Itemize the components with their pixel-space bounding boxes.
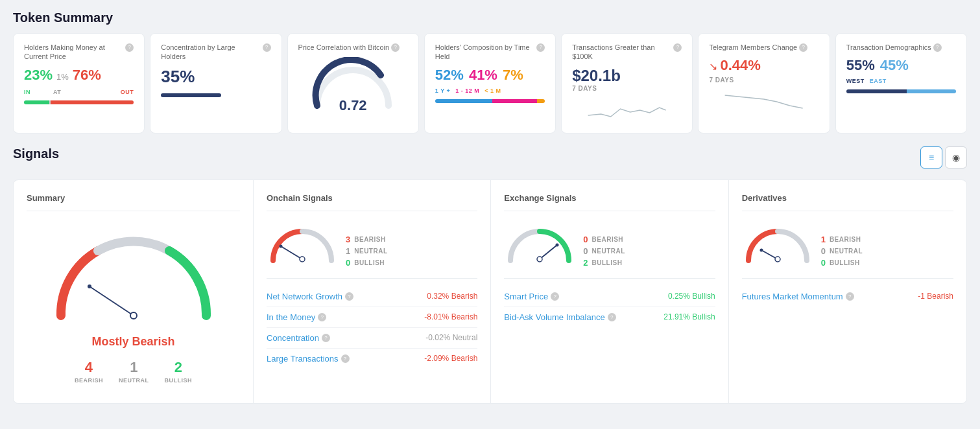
summary-gauge-svg	[43, 228, 224, 329]
signal-name-net-network[interactable]: Net Network Growth ?	[267, 292, 353, 301]
concentration-bar	[161, 93, 221, 97]
count-neutral: 1 NEUTRAL	[119, 359, 149, 384]
summary-cards-row: Holders Making Money at Current Price ? …	[13, 33, 967, 133]
bar-east	[907, 89, 956, 93]
help-icon-in-money[interactable]: ?	[318, 313, 326, 321]
demo-val-west: 55%	[846, 57, 875, 74]
card-title-demographics: Transaction Demographics ?	[846, 43, 956, 52]
help-icon-transactions[interactable]: ?	[673, 43, 682, 52]
help-icon-concentration[interactable]: ?	[263, 43, 271, 52]
signals-header: Signals ≡ ◉	[13, 146, 967, 169]
signal-item-large-tx: Large Transactions ? -2.09% Bearish	[267, 349, 477, 369]
help-icon-holders[interactable]: ?	[125, 43, 134, 52]
card-title-transactions: Transactions Greater than $100K ?	[572, 43, 682, 62]
bullish-number: 2	[174, 359, 182, 376]
composition-values: 52% 41% 7%	[435, 67, 545, 84]
card-title-telegram: Telegram Members Change ?	[709, 43, 819, 52]
demographics-values: 55% 45%	[846, 57, 956, 74]
derivatives-bearish-count: 1 BEARISH	[821, 235, 863, 244]
signal-item-bid-ask: Bid-Ask Volume Imbalance ? 21.91% Bullis…	[504, 307, 715, 327]
onchain-panel: Onchain Signals 3 B	[254, 180, 491, 403]
help-icon-demographics[interactable]: ?	[933, 43, 942, 52]
help-icon-price-correlation[interactable]: ?	[391, 43, 400, 52]
derivatives-divider	[742, 278, 953, 279]
label-1y: 1 Y +	[435, 87, 450, 94]
summary-panel: Summary Mostly Bea	[14, 180, 254, 403]
view-toggle-group: ≡ ◉	[920, 146, 967, 168]
onchain-title: Onchain Signals	[267, 193, 477, 211]
bar-west	[846, 89, 907, 93]
bearish-number: 4	[85, 359, 93, 376]
help-icon-futures[interactable]: ?	[846, 292, 854, 301]
token-summary-section: Token Summary Holders Making Money at Cu…	[13, 10, 967, 404]
correlation-value: 0.72	[339, 97, 367, 114]
neutral-label: NEUTRAL	[119, 377, 149, 384]
label-out: OUT	[121, 89, 134, 95]
svg-line-3	[281, 246, 302, 259]
exchange-title: Exchange Signals	[504, 193, 715, 211]
signal-item-smart-price: Smart Price ? 0.25% Bullish	[504, 286, 715, 307]
onchain-counts: 3 BEARISH 1 NEUTRAL 0 BULLISH	[346, 222, 388, 268]
count-bearish: 4 BEARISH	[75, 359, 103, 384]
telegram-days: 7 DAYS	[709, 76, 819, 84]
svg-point-8	[556, 243, 559, 246]
help-icon-large-tx[interactable]: ?	[341, 354, 350, 363]
onchain-items: Net Network Growth ? 0.32% Bearish In th…	[267, 286, 477, 369]
signal-name-large-tx[interactable]: Large Transactions ?	[267, 354, 350, 364]
card-demographics: Transaction Demographics ? 55% 45% WEST …	[835, 33, 967, 133]
comp-val-1m: 7%	[503, 67, 523, 84]
holders-out-value: 76%	[73, 67, 101, 84]
signal-val-bid-ask: 21.91% Bullish	[663, 312, 715, 321]
comp-val-12m: 41%	[469, 67, 497, 84]
gauge-icon: ◉	[952, 152, 960, 163]
signal-val-in-money: -8.01% Bearish	[424, 312, 477, 321]
exchange-items: Smart Price ? 0.25% Bullish Bid-Ask Volu…	[504, 286, 715, 327]
help-icon-net-network[interactable]: ?	[345, 292, 353, 301]
help-icon-composition[interactable]: ?	[536, 43, 545, 52]
help-icon-smart-price[interactable]: ?	[551, 292, 559, 301]
label-12m: 1 - 12 M	[455, 87, 479, 94]
signal-name-futures[interactable]: Futures Market Momentum ?	[742, 292, 854, 301]
telegram-down-arrow: ↘	[709, 60, 717, 73]
onchain-speedo-row: 3 BEARISH 1 NEUTRAL 0 BULLISH	[267, 222, 477, 268]
card-price-correlation: Price Correlation with Bitcoin ? 0.72	[287, 33, 419, 133]
list-icon: ≡	[929, 152, 934, 163]
telegram-value: 0.44%	[720, 57, 760, 74]
signal-name-smart-price[interactable]: Smart Price ?	[504, 292, 559, 301]
signal-name-bid-ask[interactable]: Bid-Ask Volume Imbalance ?	[504, 312, 615, 322]
signals-grid: Summary Mostly Bea	[13, 180, 967, 404]
derivatives-gauge-svg	[742, 222, 813, 267]
bar-in	[24, 100, 49, 104]
signal-name-in-money[interactable]: In the Money ?	[267, 312, 326, 322]
card-title-composition: Holders' Composition by Time Held ?	[435, 43, 545, 62]
svg-line-6	[540, 245, 557, 259]
holders-at-value: 1%	[56, 72, 69, 82]
list-view-button[interactable]: ≡	[920, 146, 942, 168]
help-icon-telegram[interactable]: ?	[799, 43, 807, 52]
derivatives-items: Futures Market Momentum ? -1 Bearish	[742, 286, 953, 307]
onchain-divider	[267, 278, 477, 279]
signal-item-concentration: Concentration ? -0.02% Neutral	[267, 328, 477, 349]
holders-in-value: 23%	[24, 67, 53, 84]
card-holders-composition: Holders' Composition by Time Held ? 52% …	[424, 33, 556, 133]
card-telegram: Telegram Members Change ? ↘ 0.44% 7 DAYS	[698, 33, 830, 133]
signal-item-net-network: Net Network Growth ? 0.32% Bearish	[267, 286, 477, 307]
card-title-price-correlation: Price Correlation with Bitcoin ?	[298, 43, 408, 52]
page-title: Token Summary	[13, 10, 967, 25]
exchange-divider	[504, 278, 715, 279]
signal-item-futures: Futures Market Momentum ? -1 Bearish	[742, 286, 953, 307]
label-west: WEST	[846, 78, 865, 84]
signal-name-concentration[interactable]: Concentration ?	[267, 333, 330, 343]
label-1m: < 1 M	[484, 87, 501, 94]
exchange-gauge-svg	[504, 222, 575, 267]
signal-item-in-money: In the Money ? -8.01% Bearish	[267, 307, 477, 328]
help-icon-concentration-signal[interactable]: ?	[322, 334, 330, 342]
svg-point-7	[537, 257, 542, 262]
summary-gauge-wrap: Mostly Bearish 4 BEARISH 1 NEUTRAL 2 BUL	[27, 222, 240, 390]
summary-panel-title: Summary	[27, 193, 240, 211]
holders-progress-bar	[24, 100, 134, 104]
help-icon-bid-ask[interactable]: ?	[608, 313, 616, 321]
derivatives-speedo-row: 1 BEARISH 0 NEUTRAL 0 BULLISH	[742, 222, 953, 268]
derivatives-title: Derivatives	[742, 193, 953, 211]
gauge-view-button[interactable]: ◉	[945, 146, 967, 168]
